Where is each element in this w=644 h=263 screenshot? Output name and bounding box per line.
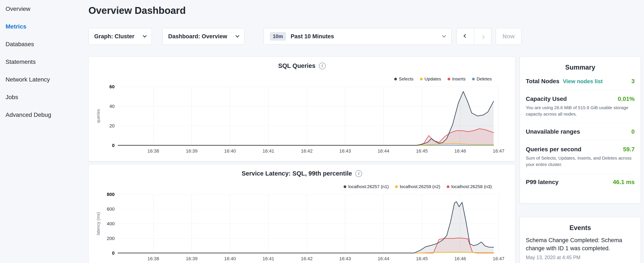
x-tick-label: 16:47 [492, 148, 504, 154]
y-tick-label: 0 [112, 250, 114, 256]
events-panel: Events Schema Change Completed: Schema c… [520, 217, 641, 263]
chevron-down-icon [442, 34, 446, 38]
unavailable-ranges-label: Unavailable ranges [526, 128, 580, 135]
sql-queries-chart[interactable]: 16:3816:3916:4016:4116:4216:4316:4416:45… [89, 57, 516, 161]
event-timestamp: May 13, 2020 at 4:45 PM [526, 255, 635, 260]
legend-item-n2[interactable]: localhost:26259 (n2) [395, 184, 440, 189]
unavailable-ranges-value: 0 [631, 128, 635, 135]
chevron-down-icon [235, 34, 239, 38]
info-icon[interactable]: i [319, 63, 326, 69]
y-tick-label: 400 [107, 221, 114, 226]
time-range-badge: 10m [270, 32, 286, 41]
series-line [118, 92, 494, 145]
legend-item-updates[interactable]: Updates [420, 76, 441, 82]
x-tick-label: 16:44 [378, 256, 389, 261]
sidebar-item-overview[interactable]: Overview [0, 0, 82, 18]
legend-dot [472, 78, 475, 80]
chevron-right-icon [481, 35, 484, 39]
legend-dot [344, 185, 346, 188]
legend-label: Selects [399, 76, 414, 82]
service-latency-chart-card: Service Latency: SQL, 99th percentile i … [88, 164, 515, 263]
y-tick-label: 40 [110, 104, 114, 109]
view-nodes-list-link[interactable]: View nodes list [563, 78, 602, 85]
y-axis-title: latency (ms) [96, 212, 100, 235]
legend-label: localhost:26259 (n2) [400, 184, 440, 189]
y-tick-label: 600 [107, 206, 114, 212]
capacity-label: Capacity Used [526, 96, 567, 102]
sidebar-item-network-latency[interactable]: Network Latency [0, 71, 82, 88]
y-tick-label: 800 [107, 192, 114, 197]
y-tick-label: 0 [112, 143, 114, 148]
sidebar-item-statements[interactable]: Statements [0, 53, 82, 71]
series-area [118, 129, 494, 145]
summary-row-p99-latency: P99 latency 46.1 ms [526, 173, 635, 191]
series-area [118, 238, 494, 253]
x-tick-label: 16:46 [454, 256, 466, 261]
legend-dot [420, 78, 423, 80]
y-tick-label: 20 [110, 123, 114, 129]
capacity-value: 0.01% [618, 96, 635, 102]
summary-heading: Summary [526, 57, 635, 73]
y-tick-label: 200 [107, 236, 114, 241]
time-next-button[interactable] [474, 28, 491, 45]
legend-label: localhost:26258 (n3) [451, 184, 492, 189]
x-tick-label: 16:38 [147, 256, 159, 261]
chevron-left-icon [464, 34, 467, 38]
x-tick-label: 16:39 [186, 256, 198, 261]
now-button[interactable]: Now [496, 28, 521, 45]
legend-item-inserts[interactable]: Inserts [448, 76, 466, 82]
qps-value: 59.7 [623, 146, 635, 153]
x-tick-label: 16:38 [147, 148, 159, 154]
sidebar-item-metrics[interactable]: Metrics [0, 18, 82, 35]
sidebar-item-jobs[interactable]: Jobs [0, 88, 82, 106]
time-range-dropdown[interactable]: 10m Past 10 Minutes [264, 28, 452, 45]
sidebar-item-databases[interactable]: Databases [0, 35, 82, 53]
chart-title: SQL Queries [278, 62, 315, 69]
legend-dot [447, 185, 450, 188]
event-message: Schema Change Completed: Schema change w… [526, 236, 635, 252]
info-icon[interactable]: i [355, 170, 362, 177]
dashboard-dropdown[interactable]: Dashboard: Overview [162, 28, 244, 45]
legend-label: Inserts [452, 76, 466, 82]
legend-dot [395, 185, 398, 188]
x-tick-label: 16:45 [416, 256, 428, 261]
x-tick-label: 16:40 [224, 256, 236, 261]
summary-row-qps: Queries per second 59.7 Sum of Selects, … [526, 141, 635, 173]
legend-label: Deletes [477, 76, 492, 82]
sidebar-item-advanced-debug[interactable]: Advanced Debug [0, 106, 82, 124]
time-range-label: Past 10 Minutes [291, 33, 334, 40]
x-tick-label: 16:46 [454, 148, 466, 154]
time-prev-button[interactable] [457, 28, 474, 45]
graph-scope-dropdown[interactable]: Graph: Cluster [88, 28, 152, 45]
service-latency-chart[interactable]: 16:3816:3916:4016:4116:4216:4316:4416:45… [89, 164, 516, 263]
legend-item-deletes[interactable]: Deletes [472, 76, 492, 82]
summary-row-total-nodes: Total Nodes View nodes list 3 [526, 73, 635, 90]
x-tick-label: 16:47 [492, 256, 504, 261]
y-axis-title: queries [96, 109, 100, 123]
chart-legend: localhost:26257 (n1) localhost:26259 (n2… [344, 184, 492, 189]
x-tick-label: 16:42 [301, 148, 312, 154]
legend-label: Updates [424, 76, 441, 82]
sql-queries-chart-card: SQL Queries i Selects Updates Inserts De… [88, 57, 515, 161]
legend-item-selects[interactable]: Selects [394, 76, 414, 82]
qps-description: Sum of Selects, Updates, Inserts, and De… [526, 155, 635, 168]
x-tick-label: 16:43 [339, 148, 351, 154]
dashboard-label: Dashboard: Overview [168, 33, 227, 40]
total-nodes-value: 3 [631, 78, 635, 85]
page-title: Overview Dashboard [88, 5, 186, 16]
x-tick-label: 16:41 [262, 256, 274, 261]
qps-label: Queries per second [526, 146, 581, 153]
chart-header: SQL Queries i [89, 62, 515, 69]
chart-legend: Selects Updates Inserts Deletes [394, 76, 492, 82]
app-screen: Overview Metrics Databases Statements Ne… [0, 0, 644, 263]
graph-scope-label: Graph: Cluster [94, 33, 134, 40]
legend-item-n1[interactable]: localhost:26257 (n1) [344, 184, 389, 189]
x-tick-label: 16:40 [224, 148, 236, 154]
total-nodes-label: Total Nodes [526, 78, 560, 85]
chevron-down-icon [143, 34, 146, 38]
capacity-description: You are using 28.6 MiB of 515.9 GiB usab… [526, 105, 635, 117]
summary-row-capacity: Capacity Used 0.01% You are using 28.6 M… [526, 90, 635, 123]
legend-item-n3[interactable]: localhost:26258 (n3) [447, 184, 492, 189]
series-area [118, 92, 494, 145]
x-tick-label: 16:45 [416, 148, 428, 154]
